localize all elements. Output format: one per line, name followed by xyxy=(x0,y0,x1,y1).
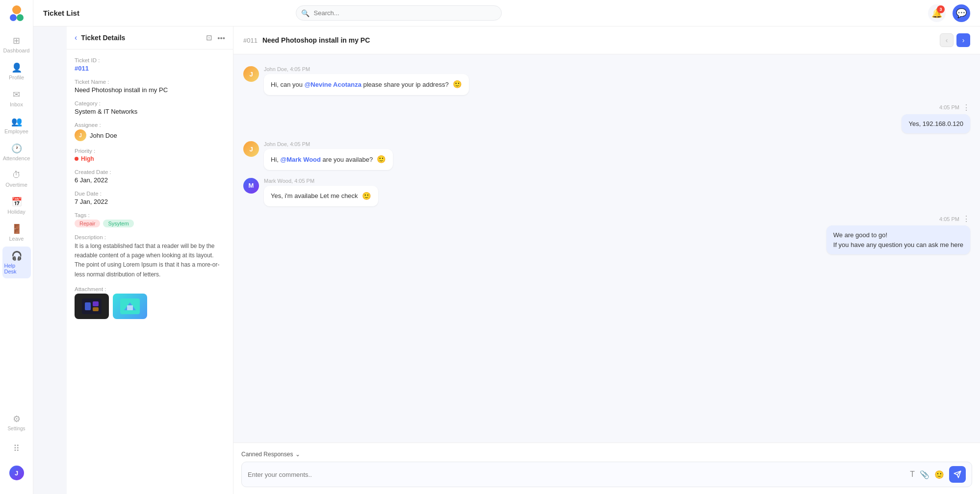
description-row: Description : It is a long established f… xyxy=(75,234,225,279)
back-button[interactable]: ‹ xyxy=(75,33,77,42)
ticket-details-panel: ‹ Ticket Details ⊡ ••• Ticket ID : #011 … xyxy=(67,26,233,494)
attachment-2[interactable] xyxy=(113,294,147,319)
ticket-info: Ticket ID : #011 Ticket Name : Need Phot… xyxy=(67,49,233,327)
search-input[interactable] xyxy=(296,5,502,21)
user-avatar-btn[interactable]: J xyxy=(2,462,31,484)
msg-meta-1: John Doe, 4:05 PM xyxy=(264,66,469,72)
msg-body-3: John Doe, 4:05 PM Hi, @Mark Wood are you… xyxy=(264,141,393,170)
sidebar-item-label: Leave xyxy=(9,236,24,242)
inbox-icon: ✉ xyxy=(13,89,20,100)
panel-layout-icon[interactable]: ⊡ xyxy=(206,33,212,42)
sidebar: ⊞ Dashboard 👤 Profile ✉ Inbox 👥 Employee… xyxy=(0,0,33,494)
notification-button[interactable]: 🔔 3 xyxy=(928,4,946,22)
assignee-row: Assignee : J John Doe xyxy=(75,122,225,141)
msg-meta-2: 4:05 PM ⋮ xyxy=(939,103,970,112)
topbar-actions: 🔔 3 💬 xyxy=(928,4,970,22)
ticket-name-row: Ticket Name : Need Photoshop install in … xyxy=(75,79,225,94)
tag-repair: Repair xyxy=(75,220,100,227)
emoji-react-4[interactable]: 🙂 xyxy=(362,191,371,202)
msg-text-5: We are good to go! If you have any quest… xyxy=(833,230,963,249)
assignee-name: John Doe xyxy=(90,132,117,139)
msg-text-2: Yes, 192.168.0.120 xyxy=(908,119,963,129)
app-logo xyxy=(7,5,26,24)
john-avatar-3: J xyxy=(243,141,259,157)
msg-more-5[interactable]: ⋮ xyxy=(962,214,970,223)
due-date-value: 7 Jan, 2022 xyxy=(75,198,225,205)
send-button[interactable] xyxy=(949,466,966,483)
chat-input[interactable] xyxy=(248,471,905,478)
emoji-react-1[interactable]: 🙂 xyxy=(453,79,462,90)
attachments xyxy=(75,294,225,319)
sidebar-item-dashboard[interactable]: ⊞ Dashboard xyxy=(2,31,31,57)
sidebar-item-label: Overtime xyxy=(5,182,27,188)
emoji-icon[interactable]: 🙂 xyxy=(934,470,944,479)
panel-title: Ticket Details xyxy=(81,34,202,42)
msg-bubble-3: Hi, @Mark Wood are you availabe? 🙂 xyxy=(264,149,393,170)
sidebar-item-holiday[interactable]: 📅 Holiday xyxy=(2,193,31,219)
attachment-1[interactable] xyxy=(75,294,109,319)
tags-label: Tags : xyxy=(75,212,225,218)
emoji-react-3[interactable]: 🙂 xyxy=(377,154,386,165)
tag-system: Sysytem xyxy=(103,220,133,227)
msg-body-4: Mark Wood, 4:05 PM Yes, i'm availabe Let… xyxy=(264,178,378,207)
sidebar-item-profile[interactable]: 👤 Profile xyxy=(2,58,31,84)
chat-nav-buttons: ‹ › xyxy=(940,33,970,47)
sidebar-item-employee[interactable]: 👥 Employee xyxy=(2,112,31,138)
search-icon: 🔍 xyxy=(301,9,309,17)
msg-more-2[interactable]: ⋮ xyxy=(962,103,970,112)
attachment-label: Attachment : xyxy=(75,286,225,292)
sidebar-item-inbox[interactable]: ✉ Inbox xyxy=(2,85,31,111)
svg-rect-9 xyxy=(127,305,133,310)
text-format-icon[interactable]: T xyxy=(910,470,915,479)
sidebar-item-settings[interactable]: ⚙ Settings xyxy=(2,410,31,435)
sidebar-item-helpdesk[interactable]: 🎧 Help Desk xyxy=(2,247,31,278)
sidebar-item-label: Employee xyxy=(4,128,28,134)
canned-responses-toggle[interactable]: Canned Responses ⌄ xyxy=(241,448,972,462)
assignee-avatar: J xyxy=(75,129,86,141)
ticket-id-row: Ticket ID : #011 xyxy=(75,57,225,72)
john-avatar-1: J xyxy=(243,66,259,82)
holiday-icon: 📅 xyxy=(11,197,22,207)
tags-container: Repair Sysytem xyxy=(75,220,225,227)
msg-bubble-2: Yes, 192.168.0.120 xyxy=(902,114,970,134)
mark-avatar-4: M xyxy=(243,178,259,194)
ticket-name-label: Ticket Name : xyxy=(75,79,225,85)
sidebar-item-overtime[interactable]: ⏱ Overtime xyxy=(2,166,31,192)
sidebar-item-label: Attendence xyxy=(3,155,30,161)
msg-body-5: 4:05 PM ⋮ We are good to go! If you have… xyxy=(826,214,970,254)
page-title: Ticket List xyxy=(43,9,79,17)
assignee-label: Assignee : xyxy=(75,122,225,128)
mention-1: @Nevine Acotanza xyxy=(305,81,361,88)
due-date-label: Due Date : xyxy=(75,191,225,197)
attachment-icon[interactable]: 📎 xyxy=(920,470,929,479)
msg-text-3: Hi, @Mark Wood are you availabe? xyxy=(271,155,373,165)
attendance-icon: 🕐 xyxy=(11,143,22,154)
msg-bubble-1: Hi, can you @Nevine Acotanza please shar… xyxy=(264,74,469,95)
msg-bubble-5: We are good to go! If you have any quest… xyxy=(826,225,970,254)
chat-messages: J John Doe, 4:05 PM Hi, can you @Nevine … xyxy=(233,54,980,443)
priority-dot xyxy=(75,157,78,161)
created-date-row: Created Date : 6 Jan, 2022 xyxy=(75,169,225,184)
category-row: Category : System & IT Networks xyxy=(75,100,225,115)
chat-button[interactable]: 💬 xyxy=(953,4,970,22)
msg-body-1: John Doe, 4:05 PM Hi, can you @Nevine Ac… xyxy=(264,66,469,95)
svg-rect-5 xyxy=(93,301,99,306)
chat-ticket-num: #011 xyxy=(243,37,258,44)
priority-row: Priority : High xyxy=(75,148,225,162)
message-2: 4:05 PM ⋮ Yes, 192.168.0.120 xyxy=(243,103,970,134)
sidebar-item-label: Help Desk xyxy=(4,263,29,274)
chat-next-button[interactable]: › xyxy=(956,33,970,47)
msg-meta-3: John Doe, 4:05 PM xyxy=(264,141,393,147)
sidebar-item-grid[interactable]: ⠿ xyxy=(2,439,31,458)
panel-header-icons: ⊡ ••• xyxy=(206,33,225,42)
sidebar-item-leave[interactable]: 🚪 Leave xyxy=(2,220,31,246)
msg-bubble-4: Yes, i'm availabe Let me check 🙂 xyxy=(264,186,378,207)
message-5: 4:05 PM ⋮ We are good to go! If you have… xyxy=(243,214,970,254)
description-label: Description : xyxy=(75,234,225,240)
sidebar-item-attendance[interactable]: 🕐 Attendence xyxy=(2,139,31,165)
panel-more-icon[interactable]: ••• xyxy=(217,34,225,42)
chat-prev-button[interactable]: ‹ xyxy=(940,33,954,47)
created-date-value: 6 Jan, 2022 xyxy=(75,176,225,184)
chevron-down-icon: ⌄ xyxy=(295,451,300,458)
notification-badge: 3 xyxy=(937,5,945,13)
